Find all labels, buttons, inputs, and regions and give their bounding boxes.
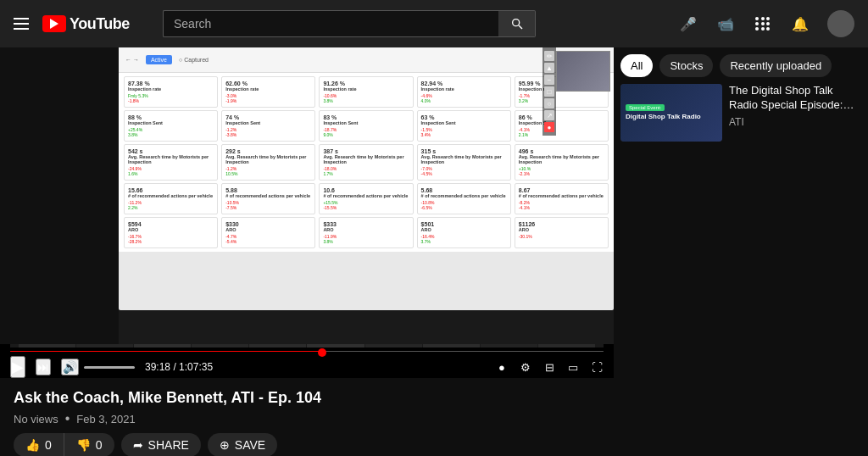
dash-nav-btn: Active bbox=[146, 55, 172, 64]
search-button[interactable] bbox=[498, 10, 536, 37]
filter-chip-stocks[interactable]: Stocks bbox=[659, 54, 713, 77]
metric-card: 15.66 # of recommended actions per vehic… bbox=[124, 183, 218, 214]
time-display: 39:18 / 1:07:35 bbox=[145, 361, 213, 373]
share-icon: ➦ bbox=[133, 438, 143, 452]
volume-button[interactable]: 🔊 bbox=[61, 359, 79, 375]
video-title: Ask the Coach, Mike Bennett, ATI - Ep. 1… bbox=[14, 388, 600, 408]
metric-card: 8.67 # of recommended actions per vehicl… bbox=[515, 183, 609, 214]
metric-card: $333 ARO -11.9% 3.8% bbox=[319, 217, 413, 248]
dislike-count: 0 bbox=[96, 438, 103, 452]
tool-pencil-icon[interactable]: ✏ bbox=[544, 51, 554, 61]
rec-info: The Digital Shop Talk Radio Special Epis… bbox=[729, 84, 861, 142]
yt-logo-icon bbox=[42, 15, 66, 32]
nav-left: YouTube bbox=[14, 15, 149, 33]
metric-card: 542 s Avg. Research time by Motorists pe… bbox=[124, 144, 218, 181]
metric-card: 292 s Avg. Research time by Motorists pe… bbox=[221, 144, 315, 181]
apps-grid-icon[interactable] bbox=[753, 14, 773, 34]
dashboard-header: ← → Active ○ Captured ⊞ ↑ bbox=[119, 47, 614, 73]
volume-slider[interactable] bbox=[84, 366, 135, 369]
video-container[interactable]: ← → Active ○ Captured ⊞ ↑ 87.38 % Inspec… bbox=[0, 47, 614, 344]
like-count: 0 bbox=[45, 438, 52, 452]
dislike-button[interactable]: 👎 0 bbox=[64, 433, 114, 456]
recommendation-item[interactable]: Special Event: Digital Shop Talk Radio T… bbox=[620, 84, 861, 142]
top-navigation: YouTube bbox=[0, 0, 868, 47]
filter-chip-all[interactable]: All bbox=[620, 54, 653, 77]
metric-card: 5.88 # of recommended actions per vehicl… bbox=[221, 183, 315, 214]
theater-mode-icon[interactable]: ▭ bbox=[566, 360, 580, 374]
main-content: ← → Active ○ Captured ⊞ ↑ 87.38 % Inspec… bbox=[0, 47, 614, 456]
video-screenshot: ← → Active ○ Captured ⊞ ↑ 87.38 % Inspec… bbox=[119, 47, 614, 310]
metric-card: $1126 ARO -30.1% bbox=[515, 217, 609, 248]
volume-area: 🔊 bbox=[61, 359, 135, 375]
yt-logo-text: YouTube bbox=[70, 15, 130, 33]
controls-row: ▶ ⏭ 🔊 39:18 / 1:07:35 ● ⚙ ⊟ ▭ ⛶ bbox=[10, 356, 604, 378]
metric-card: 5.68 # of recommended actions per vehicl… bbox=[417, 183, 511, 214]
right-controls: ● ⚙ ⊟ ▭ ⛶ bbox=[495, 360, 604, 374]
metric-card: $501 ARO -16.4% 3.7% bbox=[417, 217, 511, 248]
video-frame: ← → Active ○ Captured ⊞ ↑ 87.38 % Inspec… bbox=[0, 47, 614, 344]
video-meta-row: No views • Feb 3, 2021 bbox=[14, 411, 600, 426]
metric-card: 62.60 % Inspection rate -3.0% -1.9% bbox=[221, 76, 315, 108]
metric-card: 387 s Avg. Research time by Motorists pe… bbox=[319, 144, 413, 181]
camera-icon[interactable] bbox=[715, 14, 736, 34]
metric-card: 63 % Inspection Sent -1.5% 3.4% bbox=[417, 110, 511, 142]
notifications-icon[interactable] bbox=[790, 14, 810, 34]
rec-channel: ATI bbox=[729, 116, 861, 128]
fullscreen-icon[interactable]: ⛶ bbox=[590, 360, 604, 374]
miniplayer-icon[interactable]: ⊟ bbox=[542, 360, 556, 374]
metric-card: 88 % Inspection Sent +25.4% 3.8% bbox=[124, 110, 218, 142]
skip-next-button[interactable]: ⏭ bbox=[36, 359, 51, 375]
metric-card: 74 % Inspection Sent -1.2% -3.8% bbox=[221, 110, 315, 142]
tool-pointer-icon[interactable]: ↗ bbox=[544, 110, 554, 120]
metric-card: 496 s Avg. Research time by Motorists pe… bbox=[515, 144, 609, 181]
play-button[interactable]: ▶ bbox=[10, 356, 25, 378]
metric-card: 10.6 # of recommended actions per vehicl… bbox=[319, 183, 413, 214]
save-icon: ⊕ bbox=[220, 438, 230, 452]
mic-icon[interactable] bbox=[678, 14, 698, 34]
metric-card: $330 ARO -4.7% -5.4% bbox=[221, 217, 315, 248]
metric-card: 82.94 % Inspection rate -4.6% 4.0% bbox=[417, 76, 511, 108]
rec-thumbnail: Special Event: Digital Shop Talk Radio bbox=[620, 84, 722, 142]
thumbs-down-icon: 👎 bbox=[76, 438, 91, 452]
search-input[interactable] bbox=[163, 10, 498, 37]
metric-card: 83 % Inspection Sent -18.7% 9.0% bbox=[319, 110, 413, 142]
below-video: Ask the Coach, Mike Bennett, ATI - Ep. 1… bbox=[0, 378, 614, 456]
metric-card: 315 s Avg. Research time by Motorists pe… bbox=[417, 144, 511, 181]
search-icon bbox=[510, 17, 524, 31]
like-button[interactable]: 👍 0 bbox=[14, 433, 64, 456]
filter-chip-recently-uploaded[interactable]: Recently uploaded bbox=[720, 54, 832, 77]
svg-point-0 bbox=[512, 19, 519, 26]
filter-chips: All Stocks Recently uploaded bbox=[620, 54, 861, 77]
save-button[interactable]: ⊕ SAVE bbox=[208, 433, 277, 456]
rec-thumb-badge: Special Event: bbox=[626, 104, 665, 111]
metric-card: $594 ARO -16.7% -28.2% bbox=[124, 217, 218, 248]
tool-record-icon[interactable]: ● bbox=[544, 122, 554, 132]
dashboard-body: 87.38 % Inspection rate Fmly 5.3% -1.8% … bbox=[119, 73, 614, 252]
view-count: No views bbox=[14, 413, 58, 425]
autoplay-icon[interactable]: ● bbox=[495, 360, 509, 374]
share-button[interactable]: ➦ SHARE bbox=[121, 433, 201, 456]
settings-icon[interactable]: ⚙ bbox=[519, 360, 532, 374]
video-player-section: ← → Active ○ Captured ⊞ ↑ 87.38 % Inspec… bbox=[0, 47, 868, 456]
rec-title: The Digital Shop Talk Radio Special Epis… bbox=[729, 84, 861, 113]
metric-card: 87.38 % Inspection rate Fmly 5.3% -1.8% bbox=[124, 76, 218, 108]
avatar[interactable] bbox=[827, 10, 854, 37]
upload-date: Feb 3, 2021 bbox=[76, 413, 135, 425]
svg-line-1 bbox=[519, 25, 522, 29]
hamburger-menu[interactable] bbox=[14, 18, 29, 30]
pip-thumbnail: 👤 bbox=[556, 51, 610, 92]
rec-thumb-title: Digital Shop Talk Radio bbox=[626, 113, 701, 121]
metric-card: 86 % Inspection Sent -4.1% 2.1% bbox=[515, 110, 609, 142]
search-bar bbox=[163, 10, 536, 37]
tool-marker-icon[interactable]: ▲ bbox=[544, 63, 554, 73]
video-controls: ▶ ⏭ 🔊 39:18 / 1:07:35 ● ⚙ ⊟ ▭ ⛶ bbox=[0, 344, 614, 378]
youtube-logo[interactable]: YouTube bbox=[42, 15, 130, 33]
tool-circle-icon[interactable]: ○ bbox=[544, 98, 554, 108]
nav-right bbox=[678, 10, 854, 37]
sidebar: All Stocks Recently uploaded Special Eve… bbox=[614, 47, 868, 456]
metric-card: 91.26 % Inspection rate -10.6% 3.8% bbox=[319, 76, 413, 108]
action-row: 👍 0 👎 0 ➦ SHARE ⊕ SAVE bbox=[14, 433, 600, 456]
thumbs-up-icon: 👍 bbox=[25, 438, 40, 452]
tool-line-icon[interactable]: − bbox=[544, 75, 554, 85]
tool-rect-icon[interactable]: □ bbox=[544, 86, 554, 97]
